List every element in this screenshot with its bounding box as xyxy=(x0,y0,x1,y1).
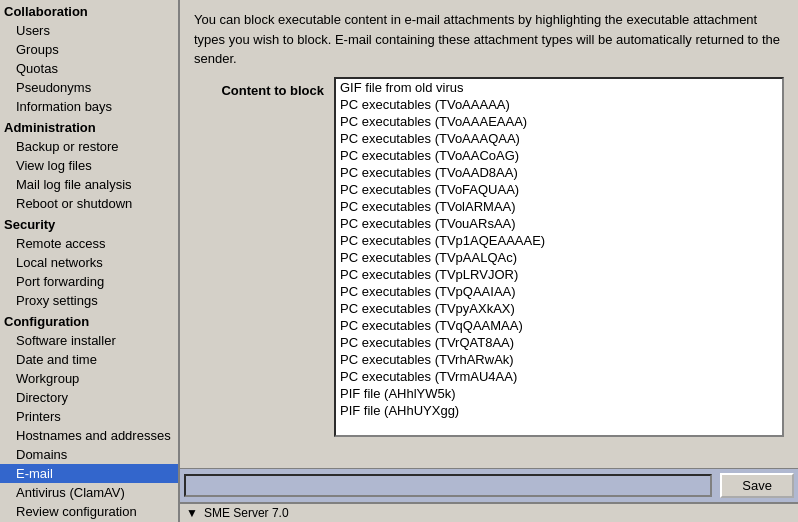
sidebar-section-configuration: Configuration xyxy=(0,310,178,331)
list-item[interactable]: PC executables (TVoFAQUAA) xyxy=(336,181,782,198)
sidebar-item-mail-log-file-analysis[interactable]: Mail log file analysis xyxy=(0,175,178,194)
status-bar-arrow[interactable]: ▼ xyxy=(186,506,198,520)
sidebar-item-port-forwarding[interactable]: Port forwarding xyxy=(0,272,178,291)
status-bar: ▼ SME Server 7.0 xyxy=(180,502,798,522)
description-text: You can block executable content in e-ma… xyxy=(180,0,798,77)
list-item[interactable]: PC executables (TVpQAAIAA) xyxy=(336,283,782,300)
list-item[interactable]: PIF file (AHhlYW5k) xyxy=(336,385,782,402)
list-item[interactable]: PC executables (TVoAACoAG) xyxy=(336,147,782,164)
sidebar-item-local-networks[interactable]: Local networks xyxy=(0,253,178,272)
sidebar-item-email[interactable]: E-mail xyxy=(0,464,178,483)
list-item[interactable]: PC executables (TVoAAAAA) xyxy=(336,96,782,113)
content-area: Content to block GIF file from old virus… xyxy=(180,77,798,469)
block-list[interactable]: GIF file from old virusPC executables (T… xyxy=(334,77,784,437)
list-item[interactable]: PC executables (TVoAAAQAA) xyxy=(336,130,782,147)
sidebar-section-administration: Administration xyxy=(0,116,178,137)
save-bar: Save xyxy=(180,468,798,502)
list-item[interactable]: PC executables (TVoAAD8AA) xyxy=(336,164,782,181)
sidebar-item-printers[interactable]: Printers xyxy=(0,407,178,426)
sidebar: CollaborationUsersGroupsQuotasPseudonyms… xyxy=(0,0,180,522)
sidebar-item-review-configuration[interactable]: Review configuration xyxy=(0,502,178,521)
list-item[interactable]: PC executables (TVpAALQAc) xyxy=(336,249,782,266)
list-item[interactable]: GIF file from old virus xyxy=(336,79,782,96)
content-block-row: Content to block GIF file from old virus… xyxy=(194,77,784,437)
list-item[interactable]: PC executables (TVpLRVJOR) xyxy=(336,266,782,283)
sidebar-item-pseudonyms[interactable]: Pseudonyms xyxy=(0,78,178,97)
sidebar-item-users[interactable]: Users xyxy=(0,21,178,40)
sidebar-item-reboot-shutdown[interactable]: Reboot or shutdown xyxy=(0,194,178,213)
sidebar-item-proxy-settings[interactable]: Proxy settings xyxy=(0,291,178,310)
list-item[interactable]: PC executables (TVrQAT8AA) xyxy=(336,334,782,351)
sidebar-item-view-log-files[interactable]: View log files xyxy=(0,156,178,175)
list-item[interactable]: PC executables (TVrhARwAk) xyxy=(336,351,782,368)
sidebar-item-groups[interactable]: Groups xyxy=(0,40,178,59)
sidebar-item-hostnames-addresses[interactable]: Hostnames and addresses xyxy=(0,426,178,445)
list-item[interactable]: PC executables (TVoAAAEAAA) xyxy=(336,113,782,130)
sidebar-item-remote-access[interactable]: Remote access xyxy=(0,234,178,253)
content-to-block-label: Content to block xyxy=(194,77,324,98)
sidebar-item-directory[interactable]: Directory xyxy=(0,388,178,407)
sidebar-item-antivirus[interactable]: Antivirus (ClamAV) xyxy=(0,483,178,502)
list-item[interactable]: PC executables (TVp1AQEAAAAE) xyxy=(336,232,782,249)
sidebar-item-domains[interactable]: Domains xyxy=(0,445,178,464)
list-container: GIF file from old virusPC executables (T… xyxy=(334,77,784,437)
sidebar-item-backup-restore[interactable]: Backup or restore xyxy=(0,137,178,156)
list-item[interactable]: PC executables (TVqQAAMAA) xyxy=(336,317,782,334)
sidebar-item-date-and-time[interactable]: Date and time xyxy=(0,350,178,369)
list-item[interactable]: PC executables (TVrmAU4AA) xyxy=(336,368,782,385)
list-item[interactable]: PC executables (TVolARMAA) xyxy=(336,198,782,215)
content-input[interactable] xyxy=(184,474,712,497)
main-content: You can block executable content in e-ma… xyxy=(180,0,798,522)
sidebar-item-workgroup[interactable]: Workgroup xyxy=(0,369,178,388)
sidebar-section-security: Security xyxy=(0,213,178,234)
list-item[interactable]: PIF file (AHhUYXgg) xyxy=(336,402,782,419)
sidebar-section-collaboration: Collaboration xyxy=(0,0,178,21)
list-item[interactable]: PC executables (TVpyAXkAX) xyxy=(336,300,782,317)
status-bar-text: SME Server 7.0 xyxy=(204,506,289,520)
sidebar-item-software-installer[interactable]: Software installer xyxy=(0,331,178,350)
sidebar-item-information-bays[interactable]: Information bays xyxy=(0,97,178,116)
save-button[interactable]: Save xyxy=(720,473,794,498)
sidebar-item-quotas[interactable]: Quotas xyxy=(0,59,178,78)
list-item[interactable]: PC executables (TVouARsAA) xyxy=(336,215,782,232)
